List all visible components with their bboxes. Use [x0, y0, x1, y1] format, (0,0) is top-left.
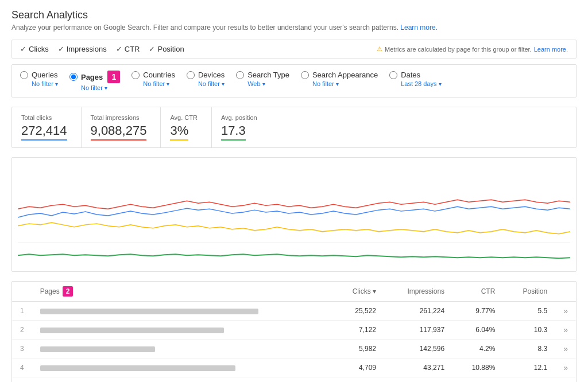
table-header-row: Pages 2 Clicks ▾ Impressions CTR Positio…: [12, 282, 576, 302]
subtitle-learn-more-link[interactable]: Learn more.: [400, 24, 438, 32]
position-checkmark: ✓: [149, 45, 155, 53]
table-row: 1 25,522 261,224 9.77% 5.5 »: [12, 302, 576, 321]
stats-row: Total clicks 272,414 Total impressions 9…: [11, 107, 577, 148]
row-expand-cell[interactable]: »: [555, 321, 576, 340]
filter-search-appearance: Search Appearance No filter ▾: [301, 71, 378, 87]
subtitle-text: Analyze your performance on Google Searc…: [11, 24, 399, 32]
dates-radio[interactable]: [389, 71, 397, 79]
page-url-cell: [32, 302, 333, 321]
table-head: Pages 2 Clicks ▾ Impressions CTR Positio…: [12, 282, 576, 302]
filter-devices: Devices No filter ▾: [187, 71, 225, 87]
ctr-cell: 16.02%: [452, 377, 503, 383]
metric-impressions[interactable]: ✓ Impressions: [58, 45, 107, 53]
row-number: 4: [12, 358, 32, 377]
devices-arrow: ▾: [222, 81, 225, 87]
search-appearance-radio[interactable]: [301, 71, 309, 79]
table-row: 2 7,122 117,937 6.04% 10.3 »: [12, 321, 576, 340]
impressions-cell: 28,374: [384, 377, 452, 383]
filter-countries: Countries No filter ▾: [131, 71, 175, 87]
search-type-arrow: ▾: [262, 81, 265, 87]
clicks-cell: 4,709: [333, 358, 384, 377]
row-expand-icon[interactable]: »: [563, 363, 568, 372]
position-cell: 10.3: [503, 321, 555, 340]
devices-label: Devices: [198, 71, 225, 79]
metric-ctr[interactable]: ✓ CTR: [116, 45, 140, 53]
total-clicks-value: 272,414: [21, 123, 67, 141]
row-expand-cell[interactable]: »: [555, 358, 576, 377]
row-expand-icon[interactable]: »: [563, 344, 568, 353]
clicks-cell: 25,522: [333, 302, 384, 321]
filter-search-type: Search Type Web ▾: [236, 71, 289, 87]
metric-clicks[interactable]: ✓ Clicks: [20, 45, 49, 53]
col-num: [12, 282, 32, 302]
clicks-cell: 5,982: [333, 340, 384, 358]
impressions-line: [18, 200, 570, 209]
dates-arrow: ▾: [439, 81, 442, 87]
results-table: Pages 2 Clicks ▾ Impressions CTR Positio…: [12, 282, 576, 382]
ctr-checkmark: ✓: [116, 45, 122, 53]
search-appearance-arrow: ▾: [336, 81, 339, 87]
row-expand-cell[interactable]: »: [555, 302, 576, 321]
search-type-label: Search Type: [247, 71, 289, 79]
impressions-cell: 117,937: [384, 321, 452, 340]
ctr-cell: 6.04%: [452, 321, 503, 340]
table-row: 4 4,709 43,271 10.88% 12.1 »: [12, 358, 576, 377]
filter-bar: Queries No filter ▾ Pages 1 No filter ▾ …: [11, 64, 577, 98]
search-appearance-sub[interactable]: No filter ▾: [312, 80, 339, 87]
pages-badge: 1: [107, 71, 120, 83]
stat-avg-ctr: Avg. CTR 3%: [161, 107, 211, 147]
search-type-radio[interactable]: [236, 71, 244, 79]
filter-pages: Pages 1 No filter ▾: [69, 71, 120, 91]
queries-label: Queries: [32, 71, 58, 79]
pages-sub[interactable]: No filter ▾: [81, 84, 107, 91]
avg-ctr-label: Avg. CTR: [170, 114, 197, 121]
countries-label: Countries: [143, 71, 175, 79]
filter-queries: Queries No filter ▾: [20, 71, 58, 87]
total-clicks-label: Total clicks: [21, 114, 67, 121]
stat-avg-position: Avg. position 17.3: [212, 107, 271, 147]
ctr-line: [18, 223, 570, 234]
row-expand-cell[interactable]: »: [555, 377, 576, 383]
data-table-section: Pages 2 Clicks ▾ Impressions CTR Positio…: [11, 281, 577, 382]
queries-sub[interactable]: No filter ▾: [32, 80, 58, 87]
table-row: 5 4,545 28,374 16.02% 7.8 »: [12, 377, 576, 383]
position-cell: 7.8: [503, 377, 555, 383]
total-impressions-label: Total impressions: [91, 114, 147, 121]
pages-radio[interactable]: [69, 73, 78, 81]
queries-radio[interactable]: [20, 71, 28, 79]
position-cell: 8.3: [503, 340, 555, 358]
row-number: 1: [12, 302, 32, 321]
metrics-note-link[interactable]: Learn more.: [534, 46, 568, 53]
devices-radio[interactable]: [187, 71, 195, 79]
search-appearance-label: Search Appearance: [312, 71, 378, 79]
col-impressions-header[interactable]: Impressions: [384, 282, 452, 302]
impressions-cell: 43,271: [384, 358, 452, 377]
search-type-sub[interactable]: Web ▾: [247, 80, 265, 87]
col-pages-header: Pages 2: [32, 282, 333, 302]
metrics-note: ⚠ Metrics are calculated by page for thi…: [377, 45, 568, 53]
col-position-header[interactable]: Position: [503, 282, 555, 302]
col-clicks-header[interactable]: Clicks ▾: [333, 282, 384, 302]
row-expand-icon[interactable]: »: [563, 325, 568, 334]
avg-position-value: 17.3: [221, 123, 257, 141]
ctr-label: CTR: [125, 45, 140, 53]
clicks-checkmark: ✓: [20, 45, 26, 53]
row-expand-cell[interactable]: »: [555, 340, 576, 358]
col-ctr-header[interactable]: CTR: [452, 282, 503, 302]
countries-sub[interactable]: No filter ▾: [143, 80, 169, 87]
page-url-cell: [32, 377, 333, 383]
countries-radio[interactable]: [131, 71, 140, 79]
impressions-cell: 142,596: [384, 340, 452, 358]
filter-dates: Dates Last 28 days ▾: [389, 71, 441, 87]
avg-position-label: Avg. position: [221, 114, 257, 121]
ctr-cell: 4.2%: [452, 340, 503, 358]
page-url-blurred: [40, 365, 235, 371]
metrics-note-text: Metrics are calculated by page for this …: [385, 46, 532, 53]
row-expand-icon[interactable]: »: [563, 306, 568, 315]
pages-arrow: ▾: [105, 85, 107, 91]
pages-label: Pages: [81, 73, 103, 81]
dates-sub[interactable]: Last 28 days ▾: [401, 80, 441, 87]
devices-sub[interactable]: No filter ▾: [198, 80, 225, 87]
metric-position[interactable]: ✓ Position: [149, 45, 184, 53]
clicks-cell: 4,545: [333, 377, 384, 383]
